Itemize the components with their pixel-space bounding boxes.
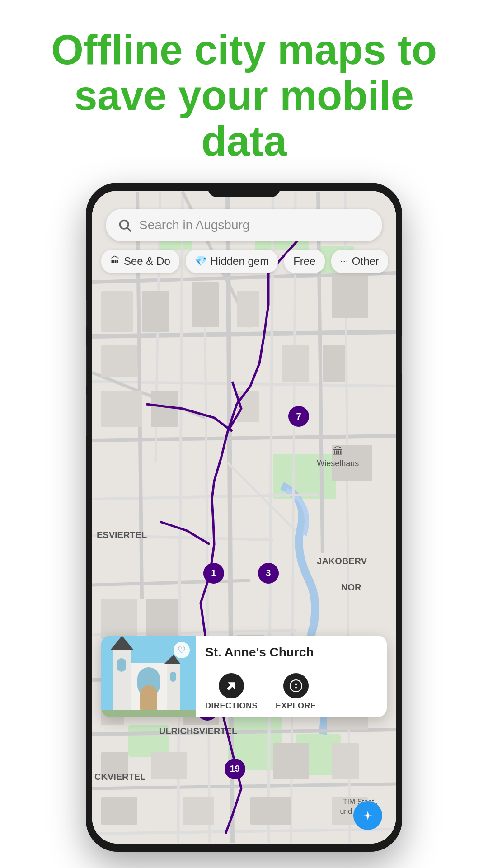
card-info: St. Anne's Church DIRECTIONS bbox=[196, 636, 387, 717]
svg-rect-44 bbox=[101, 599, 137, 639]
hidden-gem-label: Hidden gem bbox=[211, 255, 269, 268]
route-marker-3[interactable]: 3 bbox=[258, 563, 279, 584]
svg-rect-34 bbox=[101, 345, 137, 377]
map-label-ckviertel: CKVIERTEL bbox=[94, 772, 145, 782]
svg-rect-41 bbox=[151, 391, 178, 427]
svg-rect-38 bbox=[282, 345, 309, 382]
svg-rect-40 bbox=[101, 391, 142, 427]
svg-line-60 bbox=[127, 228, 131, 231]
header-section: Offline city maps to save your mobile da… bbox=[0, 0, 488, 183]
info-card[interactable]: ♡ St. Anne's Church bbox=[101, 636, 387, 717]
hidden-gem-icon: 💎 bbox=[195, 255, 207, 267]
svg-rect-45 bbox=[146, 599, 178, 639]
see-do-label: See & Do bbox=[124, 255, 170, 268]
svg-rect-39 bbox=[323, 345, 345, 382]
svg-rect-69 bbox=[117, 658, 126, 672]
svg-point-75 bbox=[366, 814, 369, 817]
explore-action[interactable]: EXPLORE bbox=[276, 673, 316, 711]
map-label-nor: NOR bbox=[341, 582, 361, 593]
search-bar[interactable]: Search in Augsburg bbox=[106, 209, 382, 241]
filter-chips-container: 🏛 See & Do 💎 Hidden gem Free ··· Other bbox=[101, 250, 387, 273]
card-actions: DIRECTIONS bbox=[205, 673, 378, 711]
filter-chip-hidden-gem[interactable]: 💎 Hidden gem bbox=[186, 250, 278, 273]
other-label: Other bbox=[352, 255, 379, 268]
explore-icon bbox=[289, 679, 303, 693]
info-card-content: ♡ St. Anne's Church bbox=[101, 636, 387, 717]
volume-up-button bbox=[86, 345, 87, 386]
directions-icon-circle bbox=[219, 673, 244, 698]
volume-silent-button bbox=[86, 300, 87, 327]
free-label: Free bbox=[293, 255, 315, 268]
power-button bbox=[401, 336, 402, 373]
svg-rect-36 bbox=[237, 291, 259, 327]
svg-rect-33 bbox=[142, 291, 169, 332]
location-button[interactable] bbox=[353, 801, 382, 830]
headline: Offline city maps to save your mobile da… bbox=[27, 27, 461, 165]
svg-rect-51 bbox=[273, 743, 309, 779]
volume-down-button bbox=[86, 395, 87, 436]
explore-icon-circle bbox=[283, 673, 309, 698]
map-label-esviertel: ESVIERTEL bbox=[97, 530, 147, 540]
route-marker-19[interactable]: 19 bbox=[225, 759, 245, 779]
explore-label: EXPLORE bbox=[276, 701, 316, 711]
map-background[interactable]: Search in Augsburg 🏛 See & Do 💎 Hidden g… bbox=[92, 191, 396, 844]
search-icon bbox=[117, 217, 133, 233]
svg-rect-57 bbox=[250, 797, 291, 825]
svg-rect-37 bbox=[332, 273, 368, 318]
see-do-icon: 🏛 bbox=[110, 255, 120, 267]
route-marker-1[interactable]: 1 bbox=[203, 563, 224, 584]
compass-icon bbox=[360, 807, 376, 824]
filter-chip-other[interactable]: ··· Other bbox=[331, 250, 388, 273]
directions-label: DIRECTIONS bbox=[205, 701, 258, 711]
svg-rect-42 bbox=[237, 391, 259, 422]
svg-rect-71 bbox=[101, 710, 196, 717]
svg-rect-56 bbox=[183, 797, 214, 825]
directions-icon bbox=[225, 679, 238, 693]
phone-notch bbox=[208, 183, 280, 197]
svg-rect-55 bbox=[101, 797, 137, 825]
map-label-ulrichsviertel: ULRICHSVIERTEL bbox=[159, 726, 237, 736]
svg-rect-54 bbox=[151, 752, 187, 779]
phone-frame: Search in Augsburg 🏛 See & Do 💎 Hidden g… bbox=[86, 183, 402, 852]
filter-chip-free[interactable]: Free bbox=[284, 250, 324, 273]
wieselhaus-label: Wieselhaus bbox=[317, 459, 359, 468]
search-placeholder: Search in Augsburg bbox=[139, 218, 249, 232]
filter-chip-see-do[interactable]: 🏛 See & Do bbox=[101, 250, 179, 273]
map-roads-svg bbox=[92, 191, 396, 844]
svg-rect-52 bbox=[332, 743, 359, 779]
directions-action[interactable]: DIRECTIONS bbox=[205, 673, 258, 711]
svg-rect-35 bbox=[192, 282, 219, 327]
svg-point-73 bbox=[295, 684, 297, 687]
map-label-jakobervo: JAKOBERV bbox=[317, 556, 367, 566]
route-marker-7[interactable]: 7 bbox=[288, 406, 309, 427]
wieselhaus-icon: 🏛 bbox=[333, 445, 343, 458]
svg-rect-65 bbox=[167, 663, 180, 717]
svg-rect-70 bbox=[170, 672, 176, 682]
svg-rect-32 bbox=[101, 291, 133, 332]
church-image: ♡ bbox=[101, 636, 196, 717]
card-title: St. Anne's Church bbox=[205, 645, 378, 660]
poi-wieselhaus[interactable]: 🏛 Wieselhaus bbox=[317, 445, 359, 468]
favorite-button[interactable]: ♡ bbox=[174, 642, 190, 658]
other-icon: ··· bbox=[340, 255, 348, 267]
phone-screen: Search in Augsburg 🏛 See & Do 💎 Hidden g… bbox=[92, 191, 396, 844]
